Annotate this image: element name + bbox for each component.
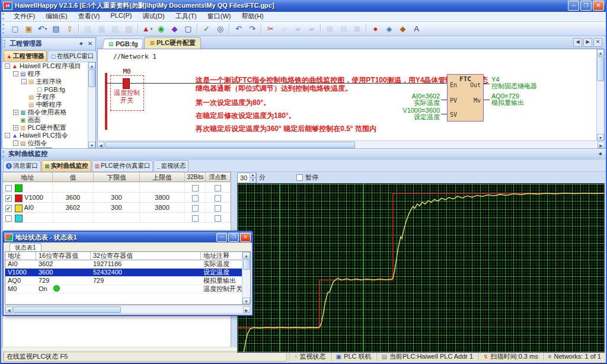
tree-scrollbar[interactable]: ▲ ▼ — [88, 62, 95, 148]
pin-icon[interactable]: ⌖ — [78, 40, 85, 47]
status-row-M0[interactable]: M0On温度控制开关 — [5, 285, 242, 293]
low-limit-cell[interactable]: 300 — [94, 203, 140, 212]
menu-item-6[interactable]: 窗口(W) — [202, 11, 237, 21]
time-window-spinner[interactable]: 30 ▲ ▼ — [237, 173, 257, 183]
monitor-tab-1[interactable]: ▦实时曲线监控 — [41, 160, 91, 171]
minimize-button[interactable]: ─ — [568, 1, 579, 11]
editor-tab-1[interactable]: ▦PLC硬件配置 — [144, 37, 201, 49]
high-limit-cell[interactable] — [140, 183, 186, 192]
download-to-plc-button[interactable]: ⇧ — [63, 23, 76, 36]
scroll-down-icon[interactable]: ▼ — [88, 142, 95, 148]
undo-button[interactable]: ↶ — [232, 23, 245, 36]
toolbar-grip[interactable] — [2, 13, 6, 20]
network-config-button[interactable]: ◈ — [382, 23, 396, 36]
ftc-function-block[interactable]: FTC En Out PV Mv SV — [447, 74, 484, 122]
tab-close-icon[interactable]: ✕ — [593, 38, 602, 47]
expand-toggle-icon[interactable]: + — [13, 125, 18, 130]
low-limit-cell[interactable] — [94, 183, 140, 192]
close-button[interactable]: ✕ — [240, 233, 251, 242]
menu-item-3[interactable]: PLC(P) — [105, 11, 137, 21]
float-checkbox[interactable] — [215, 185, 221, 191]
compile-check-button[interactable]: ✓ — [200, 23, 213, 36]
new-file-button[interactable]: ▢ — [8, 23, 22, 36]
pause-checkbox[interactable] — [296, 174, 303, 181]
project-tab-0[interactable]: ▲工程管理器 — [4, 50, 47, 62]
value-cell[interactable] — [53, 213, 94, 222]
manual-book-button[interactable]: ◆ — [168, 23, 181, 36]
scroll-left-icon[interactable]: ◀ — [5, 306, 12, 313]
row-checkbox[interactable] — [5, 215, 12, 222]
spin-up-icon[interactable]: ▲ — [250, 173, 256, 178]
bits32-checkbox[interactable] — [192, 205, 199, 212]
monitor-screen-button[interactable]: ▢ — [181, 23, 195, 36]
collapse-toggle-icon[interactable]: - — [13, 141, 18, 146]
ladder-editor-canvas[interactable]: //Network 1 M0 温度控制 开关 这是一个测试FTC指令控制电烙铁的… — [98, 49, 597, 141]
scroll-down-icon[interactable]: ▼ — [597, 134, 604, 141]
scroll-up-icon[interactable]: ▲ — [597, 49, 604, 56]
tab-scroll-right-icon[interactable]: ▶ — [583, 38, 592, 47]
editor-vertical-scrollbar[interactable]: ▲ ▼ — [596, 49, 604, 141]
collapse-toggle-icon[interactable]: - — [5, 63, 10, 69]
menu-item-5[interactable]: 工具(T) — [170, 11, 202, 21]
value-cell[interactable]: 3602 — [53, 203, 94, 212]
low-limit-cell[interactable] — [94, 213, 140, 222]
find-binoculars-button[interactable]: ◎ — [213, 23, 227, 36]
status-vertical-scrollbar[interactable]: ▲ ▼ — [242, 252, 250, 304]
lock-button[interactable]: ◆ — [396, 23, 410, 36]
haiwell-logo-button[interactable]: ▲▾ — [140, 23, 154, 36]
scroll-down-icon[interactable]: ▼ — [242, 298, 250, 304]
collapse-toggle-icon[interactable]: - — [21, 79, 27, 84]
row-checkbox[interactable]: ✔ — [5, 195, 12, 202]
tree-item-bit-instructions[interactable]: -▤位指令 — [2, 139, 88, 147]
spin-down-icon[interactable]: ▼ — [250, 178, 256, 183]
table-row[interactable] — [3, 183, 231, 193]
scroll-thumb[interactable] — [243, 259, 250, 270]
collapse-toggle-icon[interactable]: - — [5, 133, 10, 138]
editor-tab-0[interactable]: ▤PGB:fg — [103, 39, 144, 49]
high-limit-cell[interactable] — [140, 213, 186, 222]
scroll-thumb[interactable] — [13, 306, 121, 313]
scroll-up-icon[interactable]: ▲ — [88, 62, 95, 69]
open-import-button[interactable]: ▣ — [22, 23, 36, 36]
tree-item-instruction-usage-table[interactable]: +▦指令使用表格 — [2, 108, 88, 116]
float-checkbox[interactable] — [215, 215, 221, 222]
tree-item-haiwell-project[interactable]: -▲Haiwell PLC程序项目 — [2, 62, 88, 70]
tab-scroll-left-icon[interactable]: ◀ — [573, 38, 582, 47]
status-window-titlebar[interactable]: 地址状态表 - 状态表1 ─ ❐ ✕ — [4, 232, 252, 242]
monitor-tab-0[interactable]: i消息窗口 — [3, 160, 41, 171]
save-button[interactable]: ▤ — [49, 23, 63, 36]
font-button[interactable]: A — [410, 23, 423, 36]
editor-horizontal-scrollbar[interactable]: ◀ ▶ — [97, 141, 605, 148]
plc-connect-button[interactable]: ◉ — [154, 23, 168, 36]
menu-item-1[interactable]: 编辑(E) — [40, 11, 73, 21]
toolbar-grip[interactable] — [2, 24, 6, 34]
bits32-checkbox[interactable] — [192, 195, 199, 202]
scroll-thumb[interactable] — [597, 56, 604, 81]
expand-toggle-icon[interactable]: + — [13, 110, 18, 115]
high-limit-cell[interactable]: 3800 — [140, 203, 186, 212]
float-checkbox[interactable] — [215, 205, 221, 212]
status-table-tab[interactable]: 状态表1 — [9, 243, 41, 251]
stop-monitor-button[interactable]: ● — [369, 23, 382, 36]
scroll-right-icon[interactable]: ▶ — [598, 142, 605, 148]
redo-button[interactable]: ↷ — [245, 23, 259, 36]
row-checkbox[interactable]: ✔ — [5, 205, 12, 212]
address-status-window[interactable]: 地址状态表 - 状态表1 ─ ❐ ✕ 状态表1 地址16位寄存器值32位寄存器值… — [2, 231, 253, 316]
maximize-button[interactable]: ❐ — [228, 233, 239, 242]
bits32-checkbox[interactable] — [192, 215, 199, 222]
scroll-up-icon[interactable]: ▲ — [242, 252, 250, 258]
panel-grip[interactable] — [2, 151, 6, 158]
value-cell[interactable] — [53, 183, 94, 192]
minimize-button[interactable]: ─ — [216, 233, 227, 242]
collapse-toggle-icon[interactable]: - — [13, 71, 18, 76]
restore-button[interactable]: ❐ — [580, 1, 592, 11]
status-row-AI0[interactable]: AI0360219271186实际温度 — [5, 260, 242, 269]
menu-item-0[interactable]: 文件(F) — [8, 11, 40, 21]
close-button[interactable]: ✕ — [593, 1, 604, 11]
scroll-left-icon[interactable]: ◀ — [97, 142, 104, 148]
table-row[interactable]: ✔ V100036003003800 — [3, 193, 231, 203]
status-row-V1000[interactable]: V1000360052432400设定温度 — [5, 269, 242, 277]
table-row[interactable] — [3, 213, 231, 223]
project-tab-1[interactable]: ▢在线PLC窗口 — [47, 50, 97, 62]
scroll-thumb[interactable] — [105, 142, 355, 148]
